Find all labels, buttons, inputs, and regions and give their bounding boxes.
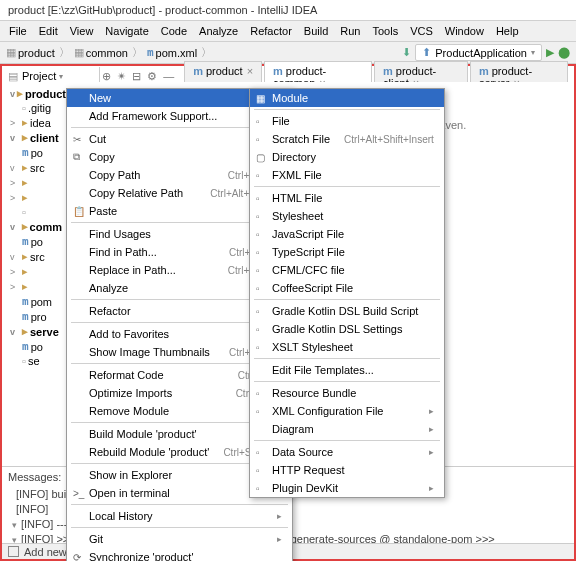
breadcrumb-root[interactable]: product bbox=[18, 47, 55, 59]
menu-item[interactable]: ▫CoffeeScript File bbox=[250, 279, 444, 297]
menu-item[interactable]: Local History▸ bbox=[67, 507, 292, 525]
tree-item[interactable]: >▸ bbox=[10, 279, 62, 294]
menu-analyze[interactable]: Analyze bbox=[194, 23, 243, 39]
menu-item[interactable]: ▫Resource Bundle bbox=[250, 384, 444, 402]
menu-item[interactable]: ▦Module bbox=[250, 89, 444, 107]
tree-item[interactable]: >▸ bbox=[10, 264, 62, 279]
tree-item[interactable]: v▸client bbox=[10, 130, 62, 145]
menu-item[interactable]: ▢Directory bbox=[250, 148, 444, 166]
tree-item[interactable]: v▸src bbox=[10, 160, 62, 175]
build-icon[interactable]: ⬇ bbox=[402, 46, 411, 59]
tree-item[interactable]: v▸serve bbox=[10, 324, 62, 339]
settings-icon[interactable]: ⚙ bbox=[147, 70, 157, 83]
project-label[interactable]: Project bbox=[22, 70, 56, 82]
menu-view[interactable]: View bbox=[65, 23, 99, 39]
expand-icon[interactable]: ✴ bbox=[117, 70, 126, 83]
collapse-icon[interactable]: ⊟ bbox=[132, 70, 141, 83]
menu-refactor[interactable]: Refactor bbox=[245, 23, 297, 39]
menu-file[interactable]: File bbox=[4, 23, 32, 39]
menu-item[interactable]: ▫Plugin DevKit▸ bbox=[250, 479, 444, 497]
menu-item[interactable]: Edit File Templates... bbox=[250, 361, 444, 379]
debug-button[interactable]: ⬤ bbox=[558, 46, 570, 59]
menu-item[interactable]: ▫JavaScript File bbox=[250, 225, 444, 243]
menu-item[interactable]: ⟳Synchronize 'product' bbox=[67, 548, 292, 561]
menu-code[interactable]: Code bbox=[156, 23, 192, 39]
menu-item[interactable]: ▫Data Source▸ bbox=[250, 443, 444, 461]
menu-build[interactable]: Build bbox=[299, 23, 333, 39]
menu-edit[interactable]: Edit bbox=[34, 23, 63, 39]
menu-item[interactable]: Diagram▸ bbox=[250, 420, 444, 438]
menu-item[interactable]: ▫XML Configuration File▸ bbox=[250, 402, 444, 420]
menu-item[interactable]: ▫XSLT Stylesheet bbox=[250, 338, 444, 356]
tree-item[interactable]: v▸product bbox=[10, 86, 62, 101]
tree-item[interactable]: ▫ bbox=[10, 205, 62, 219]
tree-item[interactable]: ▫se bbox=[10, 354, 62, 368]
menu-item[interactable]: ▫Gradle Kotlin DSL Build Script bbox=[250, 302, 444, 320]
menu-item[interactable]: Git▸ bbox=[67, 530, 292, 548]
menu-run[interactable]: Run bbox=[335, 23, 365, 39]
tree-item[interactable]: >▸ bbox=[10, 175, 62, 190]
menu-item[interactable]: ▫FXML File bbox=[250, 166, 444, 184]
menu-item[interactable]: ▫CFML/CFC file bbox=[250, 261, 444, 279]
menu-tools[interactable]: Tools bbox=[367, 23, 403, 39]
menu-window[interactable]: Window bbox=[440, 23, 489, 39]
menu-vcs[interactable]: VCS bbox=[405, 23, 438, 39]
tree-item[interactable]: ▫.gitig bbox=[10, 101, 62, 115]
menu-bar: File Edit View Navigate Code Analyze Ref… bbox=[0, 21, 576, 42]
menu-item[interactable]: ▫Gradle Kotlin DSL Settings bbox=[250, 320, 444, 338]
tree-item[interactable]: >▸idea bbox=[10, 115, 62, 130]
menu-item[interactable]: ▫Stylesheet bbox=[250, 207, 444, 225]
menu-item[interactable]: ▫HTTP Request bbox=[250, 461, 444, 479]
menu-navigate[interactable]: Navigate bbox=[100, 23, 153, 39]
tree-item[interactable]: >▸ bbox=[10, 190, 62, 205]
menu-item[interactable]: ▫TypeScript File bbox=[250, 243, 444, 261]
new-submenu[interactable]: ▦Module▫File▫Scratch FileCtrl+Alt+Shift+… bbox=[249, 88, 445, 498]
window-title: product [E:\zz\GitHub\product] - product… bbox=[0, 0, 576, 21]
breadcrumb: ▦ product 〉 ▦ common 〉 m pom.xml 〉 bbox=[6, 45, 214, 60]
breadcrumb-module[interactable]: common bbox=[86, 47, 128, 59]
tree-item[interactable]: mpom bbox=[10, 294, 62, 309]
run-config-select[interactable]: ⬆ ProductApplication ▾ bbox=[415, 44, 542, 61]
scroll-from-icon[interactable]: ⊕ bbox=[102, 70, 111, 83]
run-button[interactable]: ▶ bbox=[546, 46, 554, 59]
menu-help[interactable]: Help bbox=[491, 23, 524, 39]
tree-item[interactable]: mpo bbox=[10, 339, 62, 354]
hide-icon[interactable]: — bbox=[163, 70, 174, 83]
close-icon[interactable]: × bbox=[247, 65, 253, 77]
menu-item[interactable]: ▫File bbox=[250, 112, 444, 130]
tree-item[interactable]: mpo bbox=[10, 234, 62, 249]
menu-item[interactable]: ▫HTML File bbox=[250, 189, 444, 207]
tree-item[interactable]: mpro bbox=[10, 309, 62, 324]
toolwindow-toggle-icon[interactable] bbox=[8, 546, 19, 557]
breadcrumb-file[interactable]: pom.xml bbox=[156, 47, 198, 59]
menu-item[interactable]: ▫Scratch FileCtrl+Alt+Shift+Insert bbox=[250, 130, 444, 148]
tree-item[interactable]: v▸comm bbox=[10, 219, 62, 234]
tree-item[interactable]: v▸src bbox=[10, 249, 62, 264]
project-tree[interactable]: v▸product▫.gitig>▸ideav▸clientmpov▸src>▸… bbox=[6, 82, 66, 372]
tree-item[interactable]: mpo bbox=[10, 145, 62, 160]
